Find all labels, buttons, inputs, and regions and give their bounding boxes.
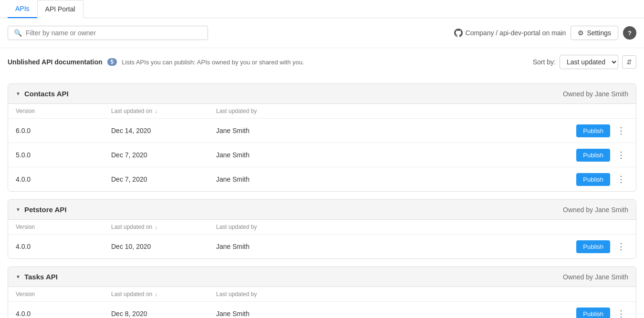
toolbar-right: Company / api-dev-portal on main ⚙ Setti…	[454, 26, 636, 40]
version-cell: 5.0.0	[8, 143, 104, 167]
col-version: Version	[8, 220, 104, 235]
col-actions	[403, 287, 636, 302]
contacts-api-title: ▼ Contacts API	[16, 90, 69, 98]
date-cell: Dec 10, 2020	[104, 235, 208, 259]
sort-direction-button[interactable]: ⇵	[622, 55, 636, 69]
contacts-api-name: Contacts API	[24, 90, 69, 98]
col-actions	[403, 220, 636, 235]
date-cell: Dec 8, 2020	[104, 302, 208, 318]
api-group-header-tasks: ▼ Tasks API Owned by Jane Smith	[8, 267, 636, 287]
publish-button[interactable]: Publish	[576, 173, 610, 186]
section-title: Unblished API documentation	[8, 58, 103, 66]
section-description: Lists APIs you can publish: APIs owned b…	[122, 59, 304, 66]
tabs-bar: APIs API Portal	[0, 0, 644, 18]
search-container: 🔍	[8, 26, 208, 40]
more-options-button[interactable]: ⋮	[614, 239, 628, 254]
version-cell: 4.0.0	[8, 167, 104, 192]
actions-cell: Publish ⋮	[403, 167, 636, 192]
date-cell: Dec 14, 2020	[104, 119, 208, 143]
tasks-api-owner: Owned by Jane Smith	[563, 273, 628, 281]
section-title-area: Unblished API documentation 5 Lists APIs…	[8, 58, 304, 66]
github-icon	[454, 29, 463, 37]
actions-cell: Publish ⋮	[403, 235, 636, 259]
api-group-tasks: ▼ Tasks API Owned by Jane Smith Version …	[8, 267, 636, 318]
col-last-updated-by: Last updated by	[208, 104, 403, 119]
by-cell: Jane Smith	[208, 167, 403, 192]
chevron-down-icon: ▼	[16, 274, 21, 279]
version-cell: 6.0.0	[8, 119, 104, 143]
petstore-api-name: Petstore API	[24, 205, 67, 214]
table-row: 4.0.0 Dec 8, 2020 Jane Smith Publish ⋮	[8, 302, 636, 318]
table-row: 6.0.0 Dec 14, 2020 Jane Smith Publish ⋮	[8, 119, 636, 143]
main-content: ▼ Contacts API Owned by Jane Smith Versi…	[0, 76, 644, 318]
chevron-down-icon: ▼	[16, 91, 21, 96]
search-input[interactable]	[26, 29, 202, 37]
col-last-updated-on: Last updated on ↓	[104, 104, 208, 119]
settings-button[interactable]: ⚙ Settings	[571, 26, 618, 40]
actions-cell: Publish ⋮	[403, 302, 636, 318]
tasks-api-name: Tasks API	[24, 273, 58, 281]
table-header-row: Version Last updated on ↓ Last updated b…	[8, 287, 636, 302]
table-header-row: Version Last updated on ↓ Last updated b…	[8, 220, 636, 235]
more-options-button[interactable]: ⋮	[614, 172, 628, 186]
col-version: Version	[8, 287, 104, 302]
sort-select[interactable]: Last updated Name	[560, 55, 618, 69]
settings-icon: ⚙	[578, 29, 584, 37]
actions-cell: Publish ⋮	[403, 143, 636, 167]
sort-label: Sort by:	[533, 58, 556, 66]
contacts-api-table: Version Last updated on ↓ Last updated b…	[8, 104, 636, 191]
api-group-contacts: ▼ Contacts API Owned by Jane Smith Versi…	[8, 83, 636, 192]
table-row: 5.0.0 Dec 7, 2020 Jane Smith Publish ⋮	[8, 143, 636, 167]
publish-button[interactable]: Publish	[576, 240, 610, 253]
petstore-api-table: Version Last updated on ↓ Last updated b…	[8, 220, 636, 258]
more-options-button[interactable]: ⋮	[614, 307, 628, 318]
actions-cell: Publish ⋮	[403, 119, 636, 143]
table-row: 4.0.0 Dec 7, 2020 Jane Smith Publish ⋮	[8, 167, 636, 192]
toolbar: 🔍 Company / api-dev-portal on main ⚙ Set…	[0, 18, 644, 48]
version-cell: 4.0.0	[8, 235, 104, 259]
section-badge: 5	[107, 58, 117, 66]
sort-area: Sort by: Last updated Name ⇵	[533, 55, 636, 69]
by-cell: Jane Smith	[208, 302, 403, 318]
petstore-api-title: ▼ Petstore API	[16, 205, 67, 214]
petstore-api-owner: Owned by Jane Smith	[563, 206, 628, 214]
search-icon: 🔍	[14, 29, 22, 37]
date-cell: Dec 7, 2020	[104, 143, 208, 167]
repo-link[interactable]: Company / api-dev-portal on main	[454, 29, 566, 37]
section-header: Unblished API documentation 5 Lists APIs…	[0, 48, 644, 76]
tasks-api-title: ▼ Tasks API	[16, 273, 58, 281]
by-cell: Jane Smith	[208, 143, 403, 167]
tasks-api-table: Version Last updated on ↓ Last updated b…	[8, 287, 636, 318]
chevron-down-icon: ▼	[16, 207, 21, 212]
by-cell: Jane Smith	[208, 235, 403, 259]
tab-apis[interactable]: APIs	[8, 0, 37, 18]
api-group-header-contacts: ▼ Contacts API Owned by Jane Smith	[8, 84, 636, 104]
col-last-updated-by: Last updated by	[208, 220, 403, 235]
help-button[interactable]: ?	[623, 26, 636, 40]
table-row: 4.0.0 Dec 10, 2020 Jane Smith Publish ⋮	[8, 235, 636, 259]
repo-label: Company / api-dev-portal on main	[466, 29, 566, 37]
api-group-header-petstore: ▼ Petstore API Owned by Jane Smith	[8, 200, 636, 220]
col-last-updated-by: Last updated by	[208, 287, 403, 302]
version-cell: 4.0.0	[8, 302, 104, 318]
publish-button[interactable]: Publish	[576, 124, 610, 137]
tab-api-portal[interactable]: API Portal	[37, 0, 83, 18]
table-header-row: Version Last updated on ↓ Last updated b…	[8, 104, 636, 119]
col-actions	[403, 104, 636, 119]
publish-button[interactable]: Publish	[576, 308, 610, 318]
settings-label: Settings	[587, 29, 611, 37]
col-last-updated-on: Last updated on ↓	[104, 220, 208, 235]
api-group-petstore: ▼ Petstore API Owned by Jane Smith Versi…	[8, 199, 636, 259]
by-cell: Jane Smith	[208, 119, 403, 143]
col-version: Version	[8, 104, 104, 119]
col-last-updated-on: Last updated on ↓	[104, 287, 208, 302]
publish-button[interactable]: Publish	[576, 149, 610, 162]
more-options-button[interactable]: ⋮	[614, 123, 628, 138]
more-options-button[interactable]: ⋮	[614, 148, 628, 162]
date-cell: Dec 7, 2020	[104, 167, 208, 192]
contacts-api-owner: Owned by Jane Smith	[563, 90, 628, 98]
